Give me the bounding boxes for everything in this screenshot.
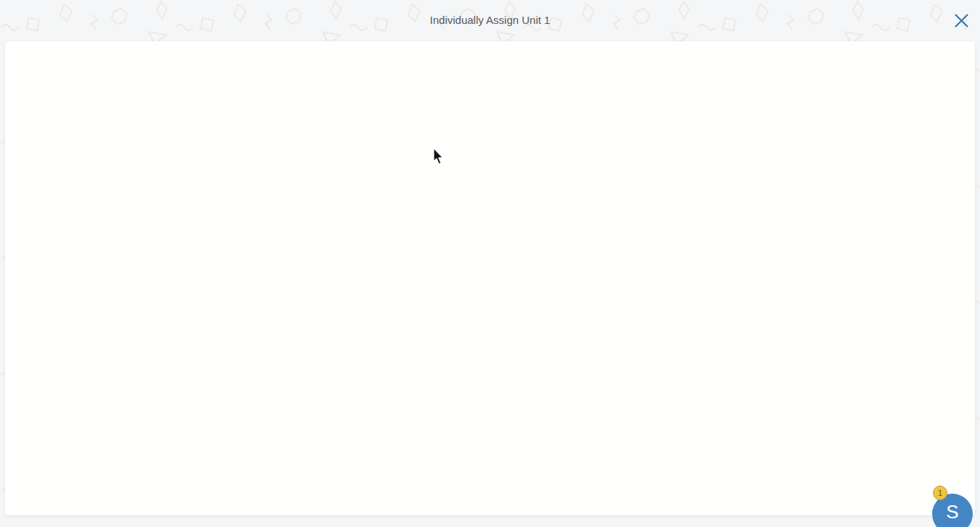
assign-dialog-page: Individually Assign Unit 1 Select Studen…: [0, 0, 980, 527]
notification-badge[interactable]: 1: [933, 486, 947, 500]
mouse-cursor: [433, 149, 445, 166]
dialog-title: Individually Assign Unit 1: [0, 14, 980, 26]
dialog-header: Individually Assign Unit 1: [0, 0, 980, 41]
close-icon: [955, 14, 968, 28]
avatar-initial: S: [946, 501, 958, 527]
dialog-card: [5, 41, 975, 515]
close-button[interactable]: [952, 11, 971, 30]
